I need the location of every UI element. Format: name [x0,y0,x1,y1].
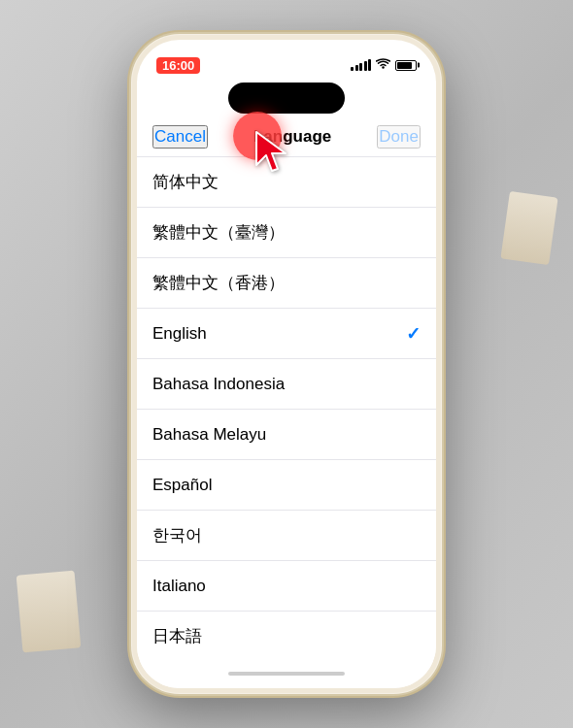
language-list[interactable]: 简体中文繁體中文（臺灣）繁體中文（香港）English✓Bahasa Indon… [137,157,436,659]
language-name: Bahasa Melayu [152,425,266,445]
language-name: Italiano [152,577,206,596]
language-name: Bahasa Indonesia [152,375,285,394]
battery-icon [395,60,417,71]
language-name: 简体中文 [152,171,219,193]
phone-frame: 16:00 [131,34,442,694]
list-item[interactable]: 繁體中文（香港） [137,258,436,309]
phone-screen: 16:00 [137,40,436,688]
list-item[interactable]: Español [137,460,436,511]
wifi-icon [376,58,390,73]
language-name: Español [152,476,212,495]
nav-title: Language [253,127,331,147]
list-item[interactable]: 한국어 [137,511,436,561]
language-name: 繁體中文（臺灣） [152,221,285,244]
language-name: English [152,324,207,344]
signal-strength-icon [351,59,371,71]
list-item[interactable]: English✓ [137,309,436,359]
battery-fill [397,62,412,69]
list-item[interactable]: Italiano [137,561,436,612]
list-item[interactable]: 繁體中文（臺灣） [137,208,436,258]
status-time: 16:00 [156,57,200,74]
language-name: 한국어 [152,524,202,546]
checkmark-icon: ✓ [406,323,421,345]
language-name: 日本語 [152,625,202,647]
status-bar: 16:00 [137,40,436,83]
dynamic-island [228,83,345,114]
home-bar [228,672,345,676]
navigation-bar: Cancel Language Done [137,117,436,157]
list-item[interactable]: Bahasa Melayu [137,410,436,460]
status-icons [351,58,417,73]
list-item[interactable]: 简体中文 [137,157,436,208]
bg-decoration-1 [17,571,82,653]
language-name: 繁體中文（香港） [152,272,285,294]
done-button[interactable]: Done [377,125,421,149]
cancel-button[interactable]: Cancel [152,125,208,149]
desktop-background: 16:00 [0,0,573,728]
home-indicator-area [137,659,436,688]
list-item[interactable]: Bahasa Indonesia [137,359,436,410]
bg-decoration-2 [500,191,557,265]
list-item[interactable]: 日本語 [137,612,436,659]
